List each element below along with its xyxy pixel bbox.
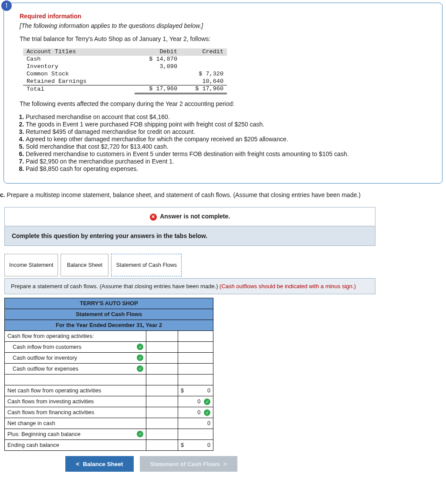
row-cash-outflow-expenses[interactable]: Cash outflow for expenses✓ <box>5 363 146 374</box>
row-beginning-cash[interactable]: Plus: Beginning cash balance✓ <box>5 429 146 439</box>
row-net-op-cash: Net cash flow from operating activities <box>5 385 146 396</box>
tb-debit <box>135 71 181 78</box>
cell-empty[interactable] <box>178 374 213 385</box>
events-intro: The following events affected the compan… <box>20 100 426 107</box>
tab-nav-buttons: < Balance Sheet Statement of Cash Flows … <box>65 456 446 472</box>
cell-total: $0 <box>178 439 213 450</box>
tb-acct: Inventory <box>23 63 135 71</box>
part-c-text: Prepare a multistep income statement, ba… <box>7 191 361 198</box>
row-blank[interactable] <box>5 374 146 385</box>
cell-empty[interactable] <box>178 341 213 352</box>
tb-total-debit: $ 17,960 <box>135 85 181 94</box>
row-cash-outflow-inventory[interactable]: Cash outflow for inventory✓ <box>5 352 146 363</box>
event-item: Sold merchandise that cost $2,720 for $1… <box>26 143 426 150</box>
cell-empty[interactable] <box>146 439 178 450</box>
intro-text: The trial balance for Terry's Auto Shop … <box>20 35 426 42</box>
cell-empty[interactable] <box>146 396 178 407</box>
cell-empty[interactable] <box>146 407 178 418</box>
tab-balance-sheet[interactable]: Balance Sheet <box>61 254 108 276</box>
tb-head-credit: Credit <box>181 48 227 56</box>
info-icon: ! <box>1 0 12 11</box>
error-icon: ✕ <box>150 214 157 221</box>
trial-balance-table: Account Titles Debit Credit Cash$ 14,870… <box>23 48 227 94</box>
row-cash-inflow-customers[interactable]: Cash inflow from customers✓ <box>5 341 146 352</box>
check-icon: ✓ <box>204 398 210 405</box>
tb-credit: 10,640 <box>181 78 227 85</box>
cell-input[interactable] <box>146 374 178 385</box>
row-ending-cash: Ending cash balance <box>5 439 146 450</box>
chevron-left-icon: < <box>76 460 83 467</box>
tb-head-acct: Account Titles <box>23 48 135 56</box>
cell-input[interactable] <box>178 429 213 439</box>
answer-panel: ✕ Answer is not complete. Complete this … <box>4 207 375 245</box>
cash-flows-table: TERRY'S AUTO SHOP Statement of Cash Flow… <box>4 298 213 451</box>
tab-bar: Income Statement Balance Sheet Statement… <box>4 254 446 276</box>
check-icon: ✓ <box>137 344 143 350</box>
tb-debit <box>135 78 181 85</box>
tb-head-debit: Debit <box>135 48 181 56</box>
stmt-title: TERRY'S AUTO SHOP <box>5 298 213 309</box>
cell-total: $0 <box>178 385 213 396</box>
tb-acct: Retained Earnings <box>23 78 135 85</box>
cell-empty[interactable] <box>146 429 178 439</box>
required-info-card: ! Required information [The following in… <box>3 3 443 184</box>
cell-empty[interactable] <box>146 330 178 341</box>
check-icon: ✓ <box>204 409 210 416</box>
tb-acct: Cash <box>23 56 135 63</box>
tb-credit: $ 7,320 <box>181 71 227 78</box>
tb-credit <box>181 63 227 71</box>
tb-acct: Common Stock <box>23 71 135 78</box>
tab-income-statement[interactable]: Income Statement <box>4 254 58 276</box>
cell-empty[interactable] <box>178 330 213 341</box>
next-tab-button[interactable]: Statement of Cash Flows > <box>140 456 238 472</box>
instruction-hint: (Cash outflows should be indicated with … <box>220 283 356 289</box>
answer-status-banner: ✕ Answer is not complete. <box>5 208 375 226</box>
part-c-label: c. <box>0 191 5 198</box>
row-op-activities: Cash flow from operating activities: <box>5 330 146 341</box>
check-icon: ✓ <box>137 354 143 361</box>
tb-total-credit: $ 17,960 <box>181 85 227 94</box>
instruction-text: Prepare a statement of cash flows. (Assu… <box>11 283 220 289</box>
event-item: The goods in Event 1 were purchased FOB … <box>26 121 426 128</box>
stmt-period: For the Year Ended December 31, Year 2 <box>5 320 213 330</box>
cell-total[interactable]: 0 ✓ <box>178 396 213 407</box>
cell-total[interactable]: 0 ✓ <box>178 407 213 418</box>
event-item: Paid $8,850 cash for operating expenses. <box>26 165 426 172</box>
applies-note: [The following information applies to th… <box>20 22 426 29</box>
row-investing: Cash flows from investing activities <box>5 396 146 407</box>
tb-credit <box>181 56 227 63</box>
cell-total: 0 <box>178 418 213 429</box>
event-item: Purchased merchandise on account that co… <box>26 113 426 120</box>
cell-input[interactable] <box>146 341 178 352</box>
events-list: Purchased merchandise on account that co… <box>20 113 426 172</box>
cell-input[interactable] <box>146 352 178 363</box>
event-item: Returned $495 of damaged merchandise for… <box>26 128 426 135</box>
row-financing: Cash flows from financing activities <box>5 407 146 418</box>
event-item: Delivered merchandise to customers in Ev… <box>26 150 426 157</box>
row-net-change: Net change in cash <box>5 418 146 429</box>
cell-empty[interactable] <box>178 363 213 374</box>
event-item: Agreed to keep other damaged merchandise… <box>26 136 426 143</box>
cell-empty[interactable] <box>178 352 213 363</box>
tb-debit: $ 14,870 <box>135 56 181 63</box>
panel-instruction: Complete this question by entering your … <box>5 226 375 245</box>
chevron-right-icon: > <box>220 460 227 467</box>
tab-instruction: Prepare a statement of cash flows. (Assu… <box>4 278 375 294</box>
tb-debit: 3,090 <box>135 63 181 71</box>
part-c-prompt: c. Prepare a multistep income statement,… <box>0 191 443 198</box>
tab-statement-of-cash-flows[interactable]: Statement of Cash Flows <box>111 254 182 276</box>
answer-status-text: Answer is not complete. <box>160 213 230 220</box>
tb-total-label: Total <box>23 85 135 94</box>
required-heading: Required information <box>20 13 426 20</box>
prev-tab-button[interactable]: < Balance Sheet <box>65 456 134 472</box>
cell-empty[interactable] <box>146 385 178 396</box>
cell-empty[interactable] <box>146 418 178 429</box>
check-icon: ✓ <box>137 365 143 372</box>
check-icon: ✓ <box>137 431 143 437</box>
event-item: Paid $2,950 on the merchandise purchased… <box>26 158 426 165</box>
stmt-subtitle: Statement of Cash Flows <box>5 309 213 320</box>
cell-input[interactable] <box>146 363 178 374</box>
